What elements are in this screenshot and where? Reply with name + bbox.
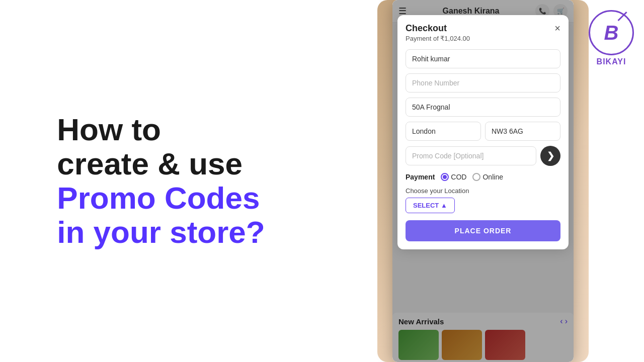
hero-section: How to create & use Promo Codes in your … (0, 0, 322, 362)
location-label: Choose your Location (406, 187, 560, 195)
payment-section: Payment COD Online (406, 173, 560, 181)
checkout-title: Checkout (406, 23, 470, 34)
select-location-label: SELECT ▲ (413, 202, 447, 209)
cod-radio[interactable] (441, 173, 449, 181)
checkout-header-text: Checkout Payment of ₹1,024.00 (406, 23, 470, 42)
checkout-modal: Checkout Payment of ₹1,024.00 × (397, 15, 569, 249)
hero-line3: Promo Codes (57, 181, 265, 215)
payment-label: Payment (406, 173, 435, 181)
phone-section: ☰ Ganesh Kirana 📞 🛒 Checkout Payment of … (322, 0, 644, 362)
address-input[interactable] (406, 98, 560, 117)
checkout-header: Checkout Payment of ₹1,024.00 × (406, 23, 560, 42)
checkout-subtitle: Payment of ₹1,024.00 (406, 35, 470, 42)
online-radio[interactable] (472, 173, 480, 181)
close-button[interactable]: × (554, 23, 560, 33)
name-input[interactable] (406, 49, 560, 68)
promo-apply-button[interactable]: ❯ (540, 146, 560, 166)
cod-option[interactable]: COD (441, 173, 466, 181)
online-option[interactable]: Online (472, 173, 503, 181)
location-section: Choose your Location SELECT ▲ (406, 187, 560, 213)
hero-line4: in your store? (57, 215, 265, 249)
hero-line2: create & use (57, 147, 265, 181)
payment-options: COD Online (441, 173, 503, 181)
promo-apply-icon: ❯ (547, 150, 554, 161)
city-input[interactable] (406, 122, 481, 141)
hero-text-block: How to create & use Promo Codes in your … (57, 113, 265, 250)
phone-screen: ☰ Ganesh Kirana 📞 🛒 Checkout Payment of … (392, 0, 574, 362)
promo-code-row: ❯ (406, 146, 560, 166)
postal-input[interactable] (485, 122, 560, 141)
phone-container: ☰ Ganesh Kirana 📞 🛒 Checkout Payment of … (377, 0, 589, 362)
promo-input[interactable] (406, 146, 536, 165)
phone-input[interactable] (406, 73, 560, 93)
select-location-button[interactable]: SELECT ▲ (406, 198, 455, 213)
hero-line1: How to (57, 113, 265, 147)
place-order-label: PLACE ORDER (455, 227, 512, 235)
place-order-button[interactable]: PLACE ORDER (406, 220, 560, 241)
online-label: Online (482, 173, 503, 181)
cod-label: COD (451, 173, 466, 181)
city-postal-row (406, 122, 560, 141)
